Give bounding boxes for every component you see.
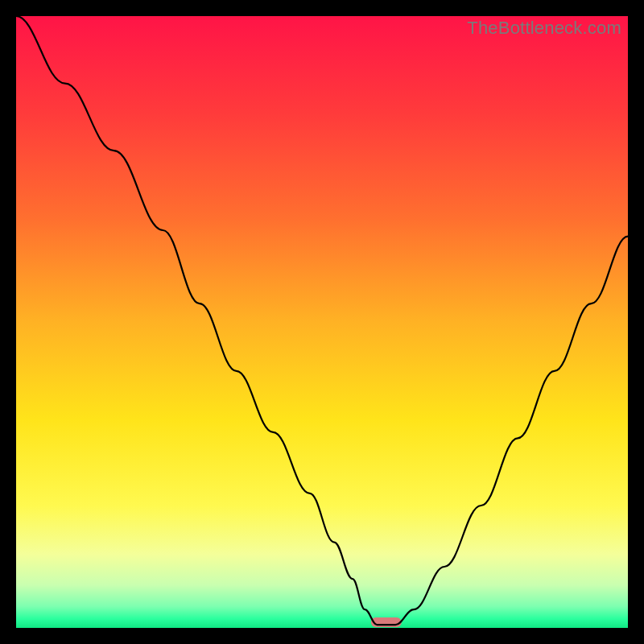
- bottleneck-chart: [16, 16, 628, 628]
- watermark-text: TheBottleneck.com: [467, 18, 621, 39]
- gradient-background: [16, 16, 628, 628]
- chart-frame: TheBottleneck.com: [16, 16, 628, 628]
